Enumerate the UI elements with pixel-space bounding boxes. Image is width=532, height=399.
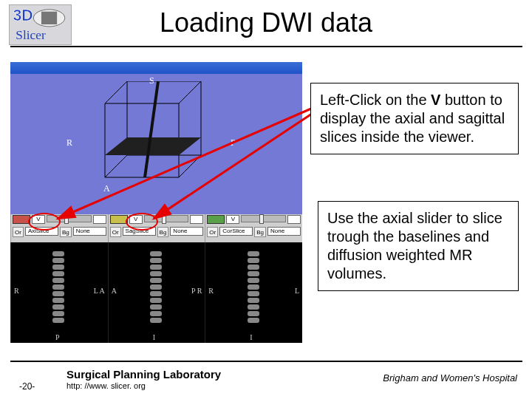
axis-right: P [231,137,236,149]
slice-axial: R L A P [10,242,108,343]
window-titlebar [10,62,302,74]
bg-btn-c[interactable]: Bg [254,227,266,237]
footer-url: http: //www. slicer. org [66,381,146,390]
highlight-ring-1 [28,213,61,231]
slice-views: R L A P A P R I R L I [10,242,302,343]
header-rule [10,46,522,47]
slab-coronal: V Or CorSlice Bg None [205,214,302,242]
viewer-screenshot: S R P A V Or AxiSlice Bg [10,62,302,343]
highlight-ring-2 [126,213,158,231]
page-title: Loading DWI data [0,7,532,38]
bg-btn-s[interactable]: Bg [157,227,169,237]
bg-btn[interactable]: Bg [60,227,72,237]
cube-wireframe [83,81,216,200]
bg-dd-axial[interactable]: None [73,227,106,236]
svg-marker-5 [143,81,160,177]
ibox1-v: V [431,92,440,108]
footer-hospital: Brigham and Women's Hospital [383,372,517,383]
instruction-box-2: Use the axial slider to slice trough the… [318,201,519,291]
svg-marker-3 [105,155,201,177]
slice-sagittal: A P R I [108,242,205,343]
or-dd-cor[interactable]: CorSlice [219,227,253,236]
axis-left: R [66,137,72,149]
ibox2-text: Use the axial slider to slice trough the… [327,210,502,282]
footer-lab: Surgical Planning Laboratory [66,368,221,381]
footer-rule [10,361,522,362]
swatch-sagittal [110,215,128,224]
ibox1-pre: Left-Click on the [320,92,431,108]
bg-dd-cor[interactable]: None [267,227,301,236]
or-btn[interactable]: Or [13,227,24,237]
svg-marker-4 [105,137,201,155]
viewer-3d: S R P A [10,74,302,214]
swatch-coronal [207,215,225,224]
slice-num-cor [287,215,301,224]
slider-coronal[interactable] [241,215,286,222]
slice-num-sag [190,215,203,224]
or-btn-c[interactable]: Or [207,227,218,237]
or-btn-s[interactable]: Or [110,227,121,237]
slice-coronal: R L I [205,242,302,343]
instruction-box-1: Left-Click on the V button to display th… [310,83,519,154]
bg-dd-sag[interactable]: None [170,227,203,236]
v-button-coronal[interactable]: V [226,215,239,224]
slice-num-axial [93,215,106,224]
page-number: -20- [19,381,35,392]
